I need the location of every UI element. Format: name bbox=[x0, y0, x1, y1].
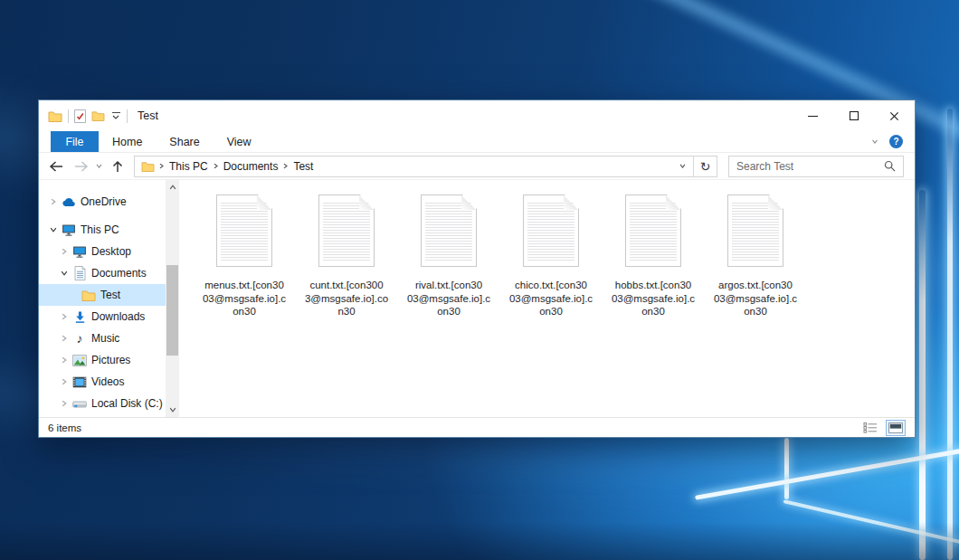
sidebar-item-label: Pictures bbox=[91, 354, 130, 366]
folder-icon[interactable] bbox=[48, 110, 62, 122]
sidebar-item-label: Desktop bbox=[91, 245, 131, 258]
file-name-line: rival.txt.[con30 bbox=[407, 279, 490, 292]
chevron-right-icon[interactable] bbox=[57, 248, 71, 255]
minimize-button[interactable] bbox=[793, 100, 833, 131]
sidebar-item-desktop[interactable]: Desktop bbox=[39, 241, 166, 262]
text-file-icon bbox=[727, 195, 783, 267]
chevron-down-icon bbox=[679, 162, 686, 170]
folder-icon bbox=[81, 289, 97, 301]
sidebar-item-onedrive[interactable]: OneDrive bbox=[39, 191, 166, 213]
address-bar[interactable]: This PC Documents Test ↻ bbox=[134, 156, 717, 177]
ribbon-right-controls: ? bbox=[870, 131, 915, 152]
ribbon-tab-bar: File Home Share View ? bbox=[39, 131, 915, 153]
file-name-line: on30 bbox=[203, 305, 286, 318]
breadcrumb-test[interactable]: Test bbox=[289, 160, 318, 173]
text-file-lines bbox=[221, 201, 268, 261]
file-name-line: 03@msgsafe.io].c bbox=[612, 292, 695, 306]
close-button[interactable] bbox=[874, 100, 915, 131]
chevron-right-icon[interactable] bbox=[57, 400, 71, 407]
sidebar-item-label: Music bbox=[91, 332, 119, 345]
breadcrumb-documents[interactable]: Documents bbox=[219, 160, 283, 173]
forward-button[interactable] bbox=[73, 159, 90, 174]
breadcrumb-chevron-icon bbox=[282, 162, 289, 170]
address-dropdown-button[interactable] bbox=[671, 157, 693, 176]
file-name-line: menus.txt.[con30 bbox=[203, 279, 286, 292]
expand-ribbon-chevron-icon[interactable] bbox=[872, 138, 878, 147]
customize-toolbar-chevron-icon[interactable] bbox=[110, 112, 121, 119]
file-item-argos[interactable]: argos.txt.[con30 03@msgsafe.io].c on30 bbox=[708, 195, 802, 318]
tree-scrollbar[interactable] bbox=[166, 180, 179, 417]
search-box[interactable] bbox=[728, 156, 904, 177]
page-fold bbox=[768, 195, 783, 210]
sidebar-item-videos[interactable]: Videos bbox=[39, 371, 166, 393]
tab-home[interactable]: Home bbox=[99, 131, 156, 152]
chevron-down-icon bbox=[112, 115, 119, 119]
up-button[interactable] bbox=[110, 159, 125, 174]
sidebar-item-label: Test bbox=[100, 289, 120, 301]
back-button[interactable] bbox=[48, 159, 64, 174]
scroll-down-arrow-icon[interactable] bbox=[166, 403, 179, 417]
sidebar-item-label: Downloads bbox=[91, 310, 145, 323]
windows-logo-line bbox=[784, 438, 789, 499]
file-list-area[interactable]: menus.txt.[con30 03@msgsafe.io].c on30 c… bbox=[179, 180, 915, 417]
properties-check-icon[interactable] bbox=[74, 109, 86, 123]
desktop-icon bbox=[71, 245, 88, 258]
maximize-button[interactable] bbox=[833, 100, 874, 131]
scrollbar-thumb[interactable] bbox=[166, 265, 178, 356]
recent-locations-button[interactable] bbox=[95, 163, 103, 169]
file-explorer-window: Test File Home Share View ? bbox=[38, 100, 916, 438]
sidebar-item-music[interactable]: ♪ Music bbox=[39, 327, 166, 349]
close-icon bbox=[889, 111, 899, 121]
file-name-line: on30 bbox=[612, 305, 695, 318]
status-bar: 6 items bbox=[39, 417, 915, 437]
sidebar-item-downloads[interactable]: Downloads bbox=[39, 306, 166, 327]
local-disk-icon bbox=[71, 398, 88, 410]
file-item-rival[interactable]: rival.txt.[con30 03@msgsafe.io].c on30 bbox=[402, 195, 496, 318]
sidebar-item-local-disk-c[interactable]: Local Disk (C:) bbox=[39, 393, 166, 414]
chevron-down-icon[interactable] bbox=[57, 270, 71, 277]
file-item-cunt[interactable]: cunt.txt.[con300 3@msgsafe.io].co n30 bbox=[299, 195, 394, 318]
file-name-line: on30 bbox=[714, 305, 797, 318]
chevron-right-icon[interactable] bbox=[46, 198, 61, 205]
sidebar-item-test[interactable]: Test bbox=[39, 284, 166, 306]
details-view-button[interactable] bbox=[860, 419, 880, 436]
breadcrumb-this-pc[interactable]: This PC bbox=[165, 160, 213, 173]
chevron-bar bbox=[112, 112, 120, 113]
chevron-down-icon[interactable] bbox=[46, 226, 61, 233]
chevron-right-icon[interactable] bbox=[57, 378, 71, 385]
help-icon[interactable]: ? bbox=[889, 135, 903, 148]
file-item-hobbs[interactable]: hobbs.txt.[con30 03@msgsafe.io].c on30 bbox=[606, 195, 700, 318]
details-view-icon bbox=[863, 422, 878, 433]
search-icon[interactable] bbox=[884, 160, 896, 172]
sidebar-item-pictures[interactable]: Pictures bbox=[39, 349, 166, 371]
file-item-chico[interactable]: chico.txt.[con30 03@msgsafe.io].c on30 bbox=[504, 195, 598, 318]
tab-file[interactable]: File bbox=[51, 131, 99, 152]
chevron-right-icon[interactable] bbox=[57, 335, 71, 342]
search-input[interactable] bbox=[729, 160, 884, 173]
breadcrumb-chevron-icon bbox=[158, 162, 165, 170]
thumbnail-view-button[interactable] bbox=[886, 420, 906, 436]
view-switcher bbox=[860, 419, 906, 436]
file-item-menus[interactable]: menus.txt.[con30 03@msgsafe.io].c on30 bbox=[197, 195, 291, 318]
windows-logo-line bbox=[947, 109, 953, 560]
title-bar[interactable]: Test bbox=[39, 100, 915, 131]
sidebar-item-label: Videos bbox=[91, 375, 124, 388]
tab-view[interactable]: View bbox=[214, 131, 265, 152]
quick-access-toolbar: Test bbox=[39, 109, 158, 123]
refresh-button[interactable]: ↻ bbox=[693, 157, 717, 176]
text-file-icon bbox=[625, 195, 681, 267]
chevron-right-icon[interactable] bbox=[57, 356, 71, 364]
explorer-body: OneDrive This PC Desktop Documents bbox=[39, 180, 915, 417]
toolbar-separator bbox=[68, 109, 69, 123]
tab-share[interactable]: Share bbox=[156, 131, 213, 152]
desktop-wallpaper: Test File Home Share View ? bbox=[0, 0, 959, 560]
new-folder-icon[interactable] bbox=[91, 110, 105, 121]
file-name-line: on30 bbox=[509, 305, 593, 318]
sidebar-item-this-pc[interactable]: This PC bbox=[39, 219, 166, 241]
text-file-icon bbox=[421, 195, 477, 267]
sidebar-item-documents[interactable]: Documents bbox=[39, 262, 166, 284]
file-name-label: cunt.txt.[con300 3@msgsafe.io].co n30 bbox=[305, 279, 388, 318]
chevron-right-icon[interactable] bbox=[57, 313, 71, 320]
scroll-up-arrow-icon[interactable] bbox=[166, 180, 179, 195]
maximize-icon bbox=[850, 111, 859, 120]
